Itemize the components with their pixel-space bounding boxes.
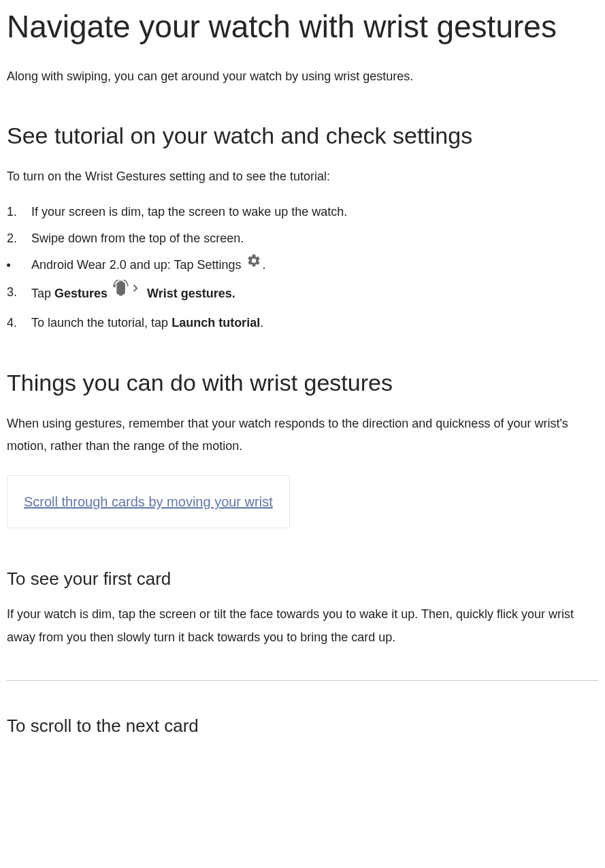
step-1-text: If your screen is dim, tap the screen to… xyxy=(31,205,347,219)
svg-rect-1 xyxy=(119,280,122,282)
gear-icon xyxy=(246,255,261,277)
section-things-heading: Things you can do with wrist gestures xyxy=(7,368,598,398)
bullet-marker xyxy=(7,254,27,276)
section-things-intro: When using gestures, remember that your … xyxy=(7,413,598,458)
tutorial-steps-list: 1. If your screen is dim, tap the screen… xyxy=(7,201,598,335)
step-4-pre: To launch the tutorial, tap xyxy=(31,316,171,329)
step-4-bold: Launch tutorial xyxy=(171,316,260,329)
step-1-marker: 1. xyxy=(7,201,27,223)
svg-rect-2 xyxy=(119,294,122,295)
step-4-post: . xyxy=(260,316,263,329)
step-3-pre: Tap xyxy=(31,287,54,300)
section-next-card-heading: To scroll to the next card xyxy=(7,715,598,738)
step-3-mid xyxy=(108,287,111,300)
step-1: 1. If your screen is dim, tap the screen… xyxy=(7,201,598,223)
section-first-card-body: If your watch is dim, tap the screen or … xyxy=(7,603,598,649)
section-tutorial-intro: To turn on the Wrist Gestures setting an… xyxy=(7,165,598,188)
step-3-marker: 3. xyxy=(7,281,27,304)
section-first-card-heading: To see your first card xyxy=(7,568,598,591)
page-title: Navigate your watch with wrist gestures xyxy=(7,7,598,48)
step-2-sub-pre: Android Wear 2.0 and up: Tap Settings xyxy=(31,258,245,272)
svg-rect-0 xyxy=(116,282,125,295)
step-2-marker: 2. xyxy=(7,227,27,250)
section-divider xyxy=(7,680,598,681)
step-4: 4. To launch the tutorial, tap Launch tu… xyxy=(7,312,598,334)
section-tutorial-heading: See tutorial on your watch and check set… xyxy=(7,120,598,150)
step-4-marker: 4. xyxy=(7,312,27,334)
step-3-bold-gestures: Gestures xyxy=(54,287,108,300)
expandable-card[interactable]: Scroll through cards by moving your wris… xyxy=(7,475,290,528)
gesture-arrow-icon xyxy=(112,281,142,308)
step-3: 3. Tap Gestures Wrist gestures. xyxy=(7,281,598,308)
step-2-sub: Android Wear 2.0 and up: Tap Settings . xyxy=(7,254,598,277)
expand-link-scroll-cards[interactable]: Scroll through cards by moving your wris… xyxy=(24,494,273,509)
step-2: 2. Swipe down from the top of the screen… xyxy=(7,227,598,250)
intro-paragraph: Along with swiping, you can get around y… xyxy=(7,65,598,88)
step-3-bold-wrist: Wrist gestures. xyxy=(147,287,235,300)
step-2-text: Swipe down from the top of the screen. xyxy=(31,231,244,245)
step-2-sub-post: . xyxy=(263,258,266,272)
